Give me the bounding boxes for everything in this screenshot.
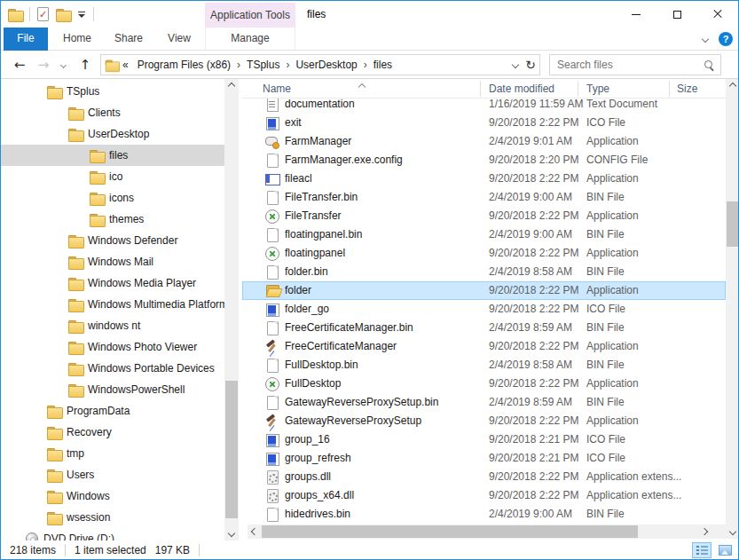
- minimize-button[interactable]: [616, 1, 656, 28]
- file-row-freecertificatemanager[interactable]: FreeCertificateManager 9/20/2018 2:22 PM…: [242, 337, 726, 356]
- tree-scrollbar[interactable]: [224, 79, 239, 540]
- tab-view[interactable]: View: [157, 28, 201, 51]
- new-folder-icon[interactable]: [56, 9, 70, 20]
- tree-item-programdata[interactable]: ProgramData: [1, 400, 224, 422]
- list-scrollbar-thumb[interactable]: [727, 201, 738, 247]
- file-name: floatingpanel: [285, 244, 482, 263]
- customize-quick-access-icon[interactable]: [77, 11, 86, 19]
- file-row-farmmanager[interactable]: FarmManager 2/4/2019 9:01 AM Application: [242, 132, 726, 151]
- tree-item-themes[interactable]: themes: [1, 209, 224, 230]
- tree-item-icons[interactable]: icons: [1, 187, 224, 209]
- tree-item-windows-mail[interactable]: Windows Mail: [1, 251, 224, 272]
- refresh-icon[interactable]: [525, 58, 536, 72]
- recent-locations-dropdown[interactable]: [56, 51, 70, 78]
- window-folder-icon[interactable]: [8, 9, 22, 20]
- breadcrumb-tsplus[interactable]: TSplus: [243, 59, 283, 71]
- column-header-type[interactable]: Type: [586, 79, 609, 99]
- tree-item-windows-media-player[interactable]: Windows Media Player: [1, 272, 224, 294]
- tree-item-windows-portable-devices[interactable]: Windows Portable Devices: [1, 358, 224, 379]
- list-scroll-up-icon[interactable]: [726, 79, 738, 93]
- tab-file[interactable]: File: [4, 28, 48, 51]
- file-row-folder-bin[interactable]: folder.bin 2/4/2019 8:58 AM BIN File: [242, 263, 726, 281]
- tab-share[interactable]: Share: [105, 28, 153, 51]
- tree-item-windows-nt[interactable]: windows nt: [1, 315, 224, 336]
- file-row-filetransfer-bin[interactable]: FileTransfer.bin 2/4/2019 9:00 AM BIN Fi…: [242, 188, 726, 207]
- search-input[interactable]: [555, 58, 704, 72]
- file-row-fulldesktop-bin[interactable]: FullDesktop.bin 2/4/2019 8:58 AM BIN Fil…: [242, 356, 726, 375]
- help-icon[interactable]: [719, 32, 733, 46]
- column-header-size[interactable]: Size: [677, 79, 697, 99]
- toolbar-separator: [93, 7, 94, 21]
- column-header-date-modified[interactable]: Date modified: [489, 79, 554, 99]
- tree-item-dvd-drive-d[interactable]: DVD Drive (D:): [1, 528, 224, 540]
- breadcrumb-overflow-chevron[interactable]: «: [119, 59, 132, 71]
- tree-item-files[interactable]: files: [1, 145, 224, 166]
- tree-item-windows[interactable]: Windows: [1, 485, 224, 507]
- file-row-farmmanager-exe-config[interactable]: FarmManager.exe.config 9/20/2018 2:20 PM…: [242, 151, 726, 170]
- maximize-button[interactable]: [656, 1, 697, 28]
- tab-home[interactable]: Home: [54, 28, 100, 51]
- breadcrumb-userdesktop[interactable]: UserDesktop: [292, 59, 360, 71]
- tree-item-windows-defender[interactable]: Windows Defender: [1, 230, 224, 251]
- forward-button[interactable]: →: [33, 51, 54, 78]
- file-row-folder[interactable]: folder 9/20/2018 2:22 PM Application: [242, 281, 726, 300]
- file-row-group-16[interactable]: group_16 9/20/2018 2:21 PM ICO File: [242, 430, 726, 449]
- breadcrumb-program-files-x86[interactable]: Program Files (x86): [134, 59, 234, 71]
- scroll-right-icon[interactable]: [697, 525, 711, 539]
- tree-item-users[interactable]: Users: [1, 464, 224, 485]
- tree-item-windows-multimedia-platform[interactable]: Windows Multimedia Platform: [1, 294, 224, 315]
- file-row-freecertificatemanager-bin[interactable]: FreeCertificateManager.bin 2/4/2019 8:59…: [242, 319, 726, 337]
- scroll-left-icon[interactable]: [248, 525, 262, 539]
- file-row-hidedrives-bin[interactable]: hidedrives.bin 2/4/2019 9:00 AM BIN File: [242, 505, 726, 524]
- tree-item-userdesktop[interactable]: UserDesktop: [1, 123, 224, 145]
- tree-item-wsession[interactable]: wsession: [1, 507, 224, 528]
- close-button[interactable]: [697, 1, 738, 28]
- search-icon[interactable]: [704, 59, 715, 71]
- breadcrumb-files[interactable]: files: [370, 59, 396, 71]
- file-row-groups-dll[interactable]: groups.dll 9/20/2018 2:22 PM Application…: [242, 468, 726, 486]
- file-row-folder-go[interactable]: folder_go 9/20/2018 2:22 PM ICO File: [242, 300, 726, 319]
- list-scrollbar[interactable]: [726, 79, 738, 539]
- tree-item-recovery[interactable]: Recovery: [1, 422, 224, 443]
- tab-manage[interactable]: Manage: [205, 28, 295, 51]
- tree-scroll-down-icon[interactable]: [224, 526, 239, 540]
- tree-item-tmp[interactable]: tmp: [1, 443, 224, 464]
- file-row-exit[interactable]: exit 9/20/2018 2:22 PM ICO File: [242, 114, 726, 132]
- details-view-button[interactable]: [692, 542, 711, 558]
- collapse-ribbon-icon[interactable]: [702, 35, 709, 43]
- tree-item-tsplus[interactable]: TSplus: [1, 81, 224, 102]
- file-row-floatingpanel-bin[interactable]: floatingpanel.bin 2/4/2019 9:00 AM BIN F…: [242, 225, 726, 244]
- file-row-groups-x64-dll[interactable]: groups_x64.dll 9/20/2018 2:22 PM Applica…: [242, 486, 726, 505]
- tree-scroll-up-icon[interactable]: [224, 79, 239, 93]
- file-row-gatewayreverseproxysetup-bin[interactable]: GatewayReverseProxySetup.bin 2/4/2019 8:…: [242, 393, 726, 412]
- maximize-icon: [673, 11, 681, 19]
- file-row-floatingpanel[interactable]: floatingpanel 9/20/2018 2:22 PM Applicat…: [242, 244, 726, 263]
- file-row-group-refresh[interactable]: group_refresh 9/20/2018 2:21 PM ICO File: [242, 449, 726, 468]
- properties-check-icon[interactable]: [37, 7, 49, 21]
- list-scroll-down-icon[interactable]: [726, 525, 738, 539]
- file-type: Application: [586, 244, 702, 263]
- tree-item-windowspowershell[interactable]: WindowsPowerShell: [1, 379, 224, 400]
- thumbnails-view-button[interactable]: [715, 542, 735, 558]
- file-row-filetransfer[interactable]: FileTransfer 9/20/2018 2:22 PM Applicati…: [242, 207, 726, 225]
- details-view-icon: [696, 546, 708, 556]
- tree-item-windows-photo-viewer[interactable]: Windows Photo Viewer: [1, 336, 224, 358]
- horizontal-scrollbar[interactable]: [248, 525, 726, 539]
- back-button[interactable]: ←: [8, 51, 31, 78]
- file-row-fulldesktop[interactable]: FullDesktop 9/20/2018 2:22 PM Applicatio…: [242, 375, 726, 393]
- tree-item-clients[interactable]: Clients: [1, 102, 224, 123]
- column-header-name[interactable]: Name: [263, 79, 291, 99]
- list-viewport: documentation 1/16/2019 11:59 AM Text Do…: [242, 99, 726, 525]
- file-date-modified: 2/4/2019 8:59 AM: [489, 319, 583, 337]
- file-row-gatewayreverseproxysetup[interactable]: GatewayReverseProxySetup 9/20/2018 2:22 …: [242, 412, 726, 430]
- file-name: folder.bin: [285, 263, 482, 281]
- up-button[interactable]: ↑: [74, 51, 97, 78]
- address-dropdown-icon[interactable]: [512, 61, 519, 68]
- tree-item-ico[interactable]: ico: [1, 166, 224, 187]
- file-row-fileacl[interactable]: fileacl 9/20/2018 2:22 PM Application: [242, 170, 726, 188]
- file-row-documentation[interactable]: documentation 1/16/2019 11:59 AM Text Do…: [242, 99, 726, 114]
- tree-scrollbar-thumb[interactable]: [225, 381, 238, 518]
- dvd-drive-icon: [26, 532, 38, 540]
- address-bar[interactable]: « Program Files (x86) › TSplus › UserDes…: [100, 54, 540, 75]
- horizontal-scrollbar-thumb[interactable]: [262, 525, 638, 538]
